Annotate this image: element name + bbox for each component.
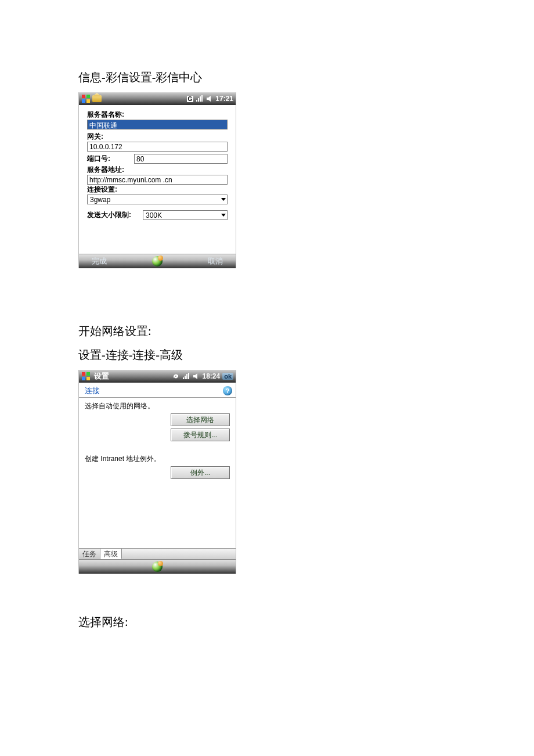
button-select-network[interactable]: 选择网络	[171, 413, 230, 426]
softkey-bar	[79, 559, 236, 574]
phone-screen-mms: G 17:21 服务器名称: 中国联通 网关: 10.0.0.172 端口号: …	[78, 92, 236, 268]
gprs-indicator: G	[187, 96, 194, 102]
text-choose-network: 选择自动使用的网络。	[85, 401, 230, 411]
signal-icon	[182, 373, 190, 380]
svg-rect-5	[86, 372, 90, 376]
svg-rect-3	[86, 99, 90, 103]
home-orb-icon[interactable]	[152, 256, 163, 267]
title-settings: 设置	[94, 371, 109, 381]
envelope-icon	[92, 95, 102, 102]
text-intranet-exception: 创建 Intranet 地址例外。	[85, 454, 230, 464]
softkey-cancel[interactable]: 取消	[208, 256, 223, 267]
heading-start-net: 开始网络设置:	[78, 323, 534, 339]
volume-icon	[193, 373, 200, 380]
tab-tasks[interactable]: 任务	[79, 549, 100, 559]
bottom-tab-bar: 任务 高级	[79, 548, 236, 559]
input-server-name[interactable]: 中国联通	[87, 120, 228, 129]
input-port[interactable]: 80	[134, 154, 228, 164]
tab-advanced[interactable]: 高级	[100, 549, 122, 559]
heading-mms-center: 信息-彩信设置-彩信中心	[78, 70, 534, 85]
label-server-addr: 服务器地址:	[87, 165, 228, 175]
svg-rect-0	[82, 95, 85, 98]
softkey-bar: 完成 取消	[79, 254, 236, 268]
svg-rect-6	[82, 377, 85, 380]
chevron-down-icon	[221, 198, 226, 201]
volume-icon	[206, 95, 213, 102]
svg-rect-7	[86, 377, 90, 380]
label-server-name: 服务器名称:	[87, 110, 228, 120]
status-time: 17:21	[215, 95, 233, 103]
select-conn-setting[interactable]: 3gwap	[87, 195, 228, 204]
label-gateway: 网关:	[87, 132, 228, 142]
home-orb-icon[interactable]	[152, 561, 163, 572]
select-send-limit[interactable]: 300K	[143, 210, 228, 220]
svg-rect-2	[82, 99, 85, 103]
select-send-limit-value: 300K	[146, 211, 162, 219]
status-bar: G 17:21	[79, 92, 236, 105]
button-exception[interactable]: 例外...	[171, 466, 230, 479]
input-gateway[interactable]: 10.0.0.172	[87, 142, 228, 152]
phone-screen-connections: 设置 18:24 ok 连接 ? 选择自动使用的网络。	[78, 370, 236, 574]
signal-icon	[196, 95, 204, 102]
sync-icon	[172, 373, 180, 380]
help-icon[interactable]: ?	[223, 386, 232, 395]
status-bar: 设置 18:24 ok	[79, 370, 236, 383]
label-port: 端口号:	[87, 154, 131, 164]
start-icon[interactable]	[81, 372, 91, 381]
heading-conn-advanced: 设置-连接-连接-高级	[78, 347, 534, 363]
status-time: 18:24	[202, 372, 220, 380]
label-conn-setting: 连接设置:	[87, 185, 228, 195]
label-send-limit: 发送大小限制:	[87, 210, 139, 220]
select-conn-value: 3gwap	[90, 196, 110, 204]
tab-connections[interactable]: 连接	[82, 384, 102, 397]
svg-rect-4	[82, 372, 85, 376]
svg-rect-1	[86, 95, 90, 98]
start-icon[interactable]	[81, 94, 91, 103]
ok-button[interactable]: ok	[222, 373, 233, 380]
button-dial-rules[interactable]: 拨号规则...	[171, 429, 230, 441]
chevron-down-icon	[221, 214, 226, 217]
heading-select-network: 选择网络:	[78, 614, 534, 630]
input-server-addr[interactable]: http://mmsc.myuni.com .cn	[87, 175, 228, 185]
softkey-done[interactable]: 完成	[92, 256, 107, 267]
